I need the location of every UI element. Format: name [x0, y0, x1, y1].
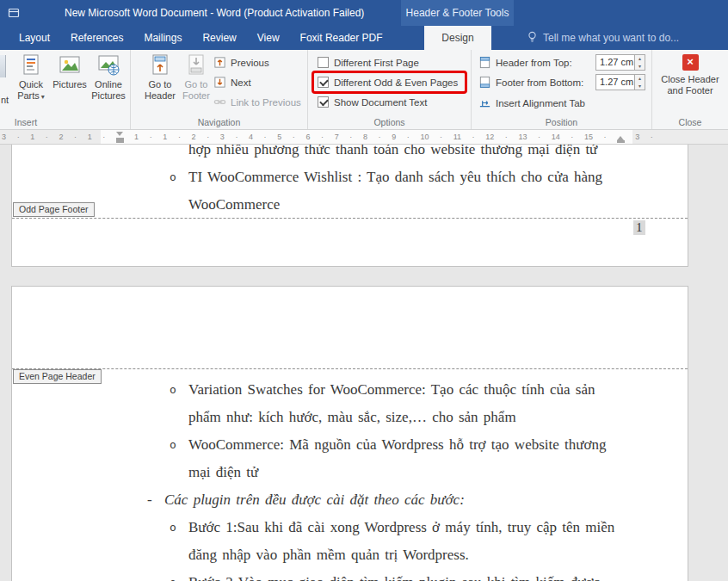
document-line[interactable]: phẩm như: kích hước, màu sắc, size,… cho… [12, 404, 688, 431]
ruler-mark: · [321, 133, 324, 141]
line-text: mại điện tử [188, 459, 258, 486]
ribbon-tab-bar: Layout References Mailings Review View F… [0, 26, 728, 50]
close-header-footer-button[interactable]: × Close Header and Footer [661, 54, 719, 96]
pictures-button[interactable]: Pictures [52, 53, 87, 90]
document-info-icon[interactable] [0, 55, 6, 77]
ruler-mark: 2 [59, 133, 63, 141]
ribbon-tab[interactable]: Layout [9, 26, 60, 50]
ruler-mark: 7 [335, 133, 339, 141]
ribbon: nt Quick Parts Pictures Online Pict [0, 50, 728, 130]
ruler-mark [116, 131, 124, 143]
document-line[interactable]: o Bước 1:Sau khi đã cài xong Wordpress ở… [12, 514, 688, 541]
ruler-mark: 3 [635, 133, 639, 141]
line-text: Bước 2 Vào mục giao diện tìm kiếm plugin… [188, 569, 600, 581]
group-label-navigation: Navigation [131, 117, 307, 127]
spin-down-icon[interactable]: ▾ [635, 63, 645, 71]
footer-spinner[interactable]: ▴▾ [634, 75, 645, 90]
ruler-mark: · [472, 133, 475, 141]
document-line[interactable]: o TI WooCommerce Wishlist : Tạo danh sác… [12, 164, 688, 191]
header-from-top-label: Header from Top: [496, 58, 572, 68]
word-window: New Microsoft Word Document - Word (Prod… [0, 0, 728, 581]
link-icon [213, 96, 226, 108]
line-text: đăng nhập vào phần mềm quản trị Wordpres… [188, 541, 469, 569]
ruler-mark: 11 [453, 133, 461, 141]
document-line[interactable]: o Bước 2 Vào mục giao diện tìm kiếm plug… [12, 569, 688, 581]
header-from-top-row: Header from Top: 1.27 cm ▴▾ [478, 56, 572, 69]
close-icon: × [682, 54, 699, 71]
page-1[interactable]: hợp nhiều phương thức thanh toán cho web… [11, 145, 688, 267]
contextual-tab-header: Header & Footer Tools [401, 0, 514, 26]
show-document-text-checkbox[interactable] [318, 96, 329, 108]
page-2[interactable]: Even Page Header o Variation Swatches fo… [11, 286, 688, 581]
previous-icon [213, 56, 226, 69]
group-label-close: Close [652, 117, 728, 127]
group-options: Different First Page Different Odd & Eve… [308, 50, 472, 129]
page-number-field[interactable]: 1 [633, 220, 645, 235]
window-title: New Microsoft Word Document - Word (Prod… [65, 7, 364, 19]
ribbon-tab[interactable]: Foxit Reader PDF [290, 26, 393, 50]
show-document-text-row[interactable]: Show Document Text [318, 96, 427, 108]
different-first-page-label: Different First Page [334, 58, 419, 68]
document-line[interactable]: mại điện tử [12, 459, 688, 486]
ruler-mark: · [207, 133, 210, 141]
different-first-page-checkbox[interactable] [318, 57, 329, 68]
ruler-mark: 9 [392, 133, 396, 141]
different-odd-even-checkbox[interactable] [318, 77, 329, 88]
ruler-mark: 2 [192, 133, 196, 141]
footer-from-bottom-input[interactable]: 1.27 cm ▴▾ [595, 74, 645, 90]
ruler[interactable]: 3 · 1 · 2 · 1 · 1 · 1 [0, 130, 728, 145]
tab-design[interactable]: Design [424, 26, 491, 50]
line-text: Bước 1:Sau khi đã cài xong Wordpress ở m… [188, 514, 614, 541]
group-close: × Close Header and Footer Close [652, 50, 728, 129]
list-bullet: o [170, 376, 176, 404]
ribbon-tab[interactable]: View [247, 26, 290, 50]
document-info-label-partial[interactable]: nt [1, 95, 9, 105]
go-to-footer-button[interactable]: Go to Footer [178, 53, 214, 101]
ribbon-tab[interactable]: Review [192, 26, 246, 50]
ruler-mark: 13 [518, 133, 527, 141]
header-from-top-input[interactable]: 1.27 cm ▴▾ [595, 54, 645, 71]
ribbon-tab[interactable]: Mailings [133, 26, 192, 50]
ruler-mark: · [571, 133, 574, 141]
group-label-options: Options [308, 117, 471, 127]
quick-access-icon[interactable] [8, 7, 20, 19]
different-odd-even-row[interactable]: Different Odd & Even Pages [318, 77, 458, 88]
document-area: hợp nhiều phương thức thanh toán cho web… [0, 145, 728, 581]
online-pictures-label-1: Online [95, 79, 122, 90]
document-line[interactable]: o WooCommerce: Mã nguồn của Wordpress hỗ… [12, 431, 688, 459]
go-to-footer-label-2: Footer [182, 90, 210, 102]
header-spinner[interactable]: ▴▾ [634, 55, 645, 70]
ribbon-tab[interactable]: References [60, 26, 133, 50]
different-first-page-row[interactable]: Different First Page [318, 57, 419, 68]
ruler-mark: · [603, 133, 607, 141]
even-page-header-tag: Even Page Header [13, 369, 102, 384]
footer-from-bottom-value: 1.27 cm [600, 77, 633, 87]
document-line[interactable]: - Các plugin trên đều được cài đặt theo … [12, 486, 688, 514]
ruler-mark: 6 [305, 133, 310, 141]
spin-down-icon[interactable]: ▾ [635, 83, 645, 90]
go-to-header-button[interactable]: Go to Header [142, 53, 178, 101]
footer-from-bottom-icon [478, 76, 491, 89]
ruler-mark [617, 131, 625, 143]
ruler-mark: · [504, 133, 508, 141]
link-to-previous-button[interactable]: Link to Previous [213, 96, 301, 108]
document-line[interactable]: đăng nhập vào phần mềm quản trị Wordpres… [12, 541, 688, 569]
tellme-box[interactable]: Tell me what you want to do... [527, 26, 679, 50]
previous-button[interactable]: Previous [213, 56, 269, 69]
online-pictures-button[interactable]: Online Pictures [88, 53, 129, 101]
show-document-text-label: Show Document Text [334, 97, 427, 108]
ruler-mark: · [263, 133, 267, 141]
ruler-mark: · [16, 133, 20, 141]
document-line[interactable]: hợp nhiều phương thức thanh toán cho web… [12, 145, 688, 164]
spin-up-icon[interactable]: ▴ [635, 55, 645, 63]
document-line[interactable]: o Variation Swatches for WooCommerce: Tạ… [12, 376, 688, 404]
document-line[interactable]: WooCommerce [12, 191, 688, 219]
quick-parts-button[interactable]: Quick Parts [11, 53, 51, 102]
header-boundary-line [12, 368, 688, 369]
ruler-mark: 14 [552, 133, 560, 141]
insert-alignment-tab-button[interactable]: Insert Alignment Tab [478, 96, 585, 109]
link-to-previous-label: Link to Previous [231, 97, 301, 108]
go-to-footer-label-1: Go to [185, 79, 208, 90]
next-button[interactable]: Next [213, 76, 251, 89]
spin-up-icon[interactable]: ▴ [635, 75, 645, 83]
